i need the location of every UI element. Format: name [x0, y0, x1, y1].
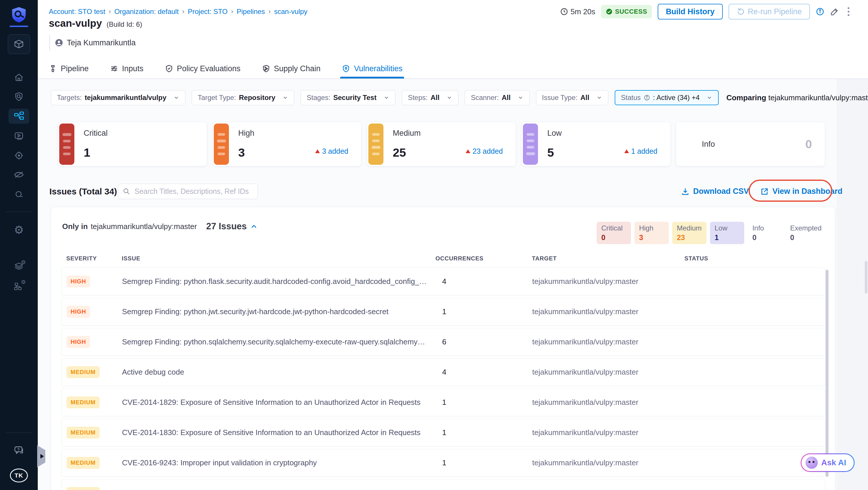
- table-row[interactable]: MEDIUM: [61, 479, 825, 490]
- rerun-pipeline-button[interactable]: Re-run Pipeline: [728, 4, 810, 20]
- comparing-label: Comparing: [726, 93, 766, 102]
- tab-policy-evaluations[interactable]: Policy Evaluations: [165, 59, 241, 79]
- avatar-initials: TK: [14, 472, 23, 479]
- table-row[interactable]: MEDIUM CVE-2014-1830: Exposure of Sensit…: [61, 419, 825, 447]
- sidebar-item-default-settings[interactable]: ⚙: [0, 259, 38, 275]
- targets-filter[interactable]: Targets: tejakummarikuntla/vulpy: [51, 90, 185, 105]
- table-row[interactable]: HIGH Semgrep Finding: python.sqlalchemy.…: [61, 328, 825, 356]
- more-options-icon[interactable]: [845, 6, 852, 17]
- stages-filter[interactable]: Stages: Security Test: [301, 90, 395, 105]
- sidebar-item-hidden-targets[interactable]: [0, 167, 38, 183]
- chip-label: Medium: [677, 224, 702, 232]
- added-link[interactable]: 23 added: [466, 147, 503, 155]
- svg-text:?: ?: [18, 448, 20, 452]
- added-link[interactable]: 1 added: [624, 147, 657, 155]
- sidebar-divider: [5, 212, 33, 212]
- module-selector-button[interactable]: [8, 34, 30, 54]
- breadcrumb-pipeline-name[interactable]: scan-vulpy: [274, 7, 307, 16]
- issue-type-filter[interactable]: Issue Type: All: [536, 90, 608, 105]
- medium-card[interactable]: Medium 25 23 added: [367, 122, 516, 166]
- tab-pipeline[interactable]: Pipeline: [49, 59, 89, 79]
- breadcrumb-separator: ›: [231, 8, 233, 16]
- chevron-down-icon: [518, 95, 524, 100]
- sidebar-item-executions[interactable]: [0, 128, 38, 144]
- breadcrumb-pipelines[interactable]: Pipelines: [237, 7, 265, 16]
- breadcrumb-separator: ›: [108, 8, 111, 16]
- scanner-filter[interactable]: Scanner: All: [465, 90, 530, 105]
- col-target: TARGET: [532, 255, 684, 262]
- table-row[interactable]: MEDIUM CVE-2014-1829: Exposure of Sensit…: [61, 389, 825, 416]
- info-icon[interactable]: [816, 7, 825, 16]
- target-type-filter[interactable]: Target Type: Repository: [192, 90, 294, 105]
- tab-label: Vulnerabilities: [354, 64, 402, 73]
- page-title: scan-vulpy: [49, 18, 102, 29]
- sidebar-item-settings[interactable]: ⚙: [0, 222, 38, 238]
- tab-vulnerabilities[interactable]: Vulnerabilities: [342, 59, 402, 79]
- inputs-tab-icon: [110, 64, 118, 73]
- filter-value: Security Test: [333, 94, 376, 102]
- filter-label: Issue Type:: [542, 94, 578, 102]
- filter-label: Steps:: [408, 94, 428, 102]
- card-label: High: [238, 129, 254, 138]
- edit-pencil-icon[interactable]: [830, 7, 839, 16]
- table-row[interactable]: HIGH Semgrep Finding: python.flask.secur…: [61, 268, 825, 295]
- tab-label: Supply Chain: [274, 64, 321, 73]
- filter-value: tejakummarikuntla/vulpy: [85, 94, 166, 102]
- settings-gear-icon: ⚙: [14, 224, 24, 236]
- sidebar-item-help[interactable]: ?: [0, 442, 38, 458]
- occurrences-value: 1: [436, 458, 532, 467]
- ask-ai-button[interactable]: Ask AI: [801, 453, 855, 472]
- tab-supply-chain[interactable]: Supply Chain: [262, 59, 321, 79]
- sidebar-item-scans[interactable]: [0, 89, 38, 104]
- table-row[interactable]: MEDIUM CVE-2016-9243: Improper input val…: [61, 449, 825, 477]
- sidebar-item-home[interactable]: [0, 70, 38, 86]
- chip-label: High: [639, 224, 664, 232]
- info-card[interactable]: Info 0: [676, 122, 825, 166]
- high-card[interactable]: High 3 3 added: [213, 122, 361, 166]
- issue-title: Semgrep Finding: python.flask.security.a…: [122, 277, 436, 286]
- severity-badge: MEDIUM: [66, 396, 100, 408]
- scan-shield-icon: [14, 92, 24, 102]
- sidebar-item-targets[interactable]: [0, 148, 38, 163]
- info-icon: [644, 94, 650, 101]
- card-count: 25: [393, 146, 406, 159]
- table-row[interactable]: MEDIUM Active debug code 4 tejakummariku…: [61, 358, 825, 386]
- page-scrollbar[interactable]: [865, 261, 867, 294]
- status-filter[interactable]: Status : Active (34) +4: [615, 90, 719, 105]
- tab-bar: Pipeline Inputs Policy Evaluations Suppl…: [49, 59, 402, 79]
- severity-level-icon: [523, 124, 538, 165]
- group-count-toggle[interactable]: 27 Issues: [206, 221, 258, 232]
- mini-gear-icon: ⚙: [21, 259, 26, 265]
- severity-level-icon: [368, 124, 383, 165]
- steps-filter[interactable]: Steps: All: [402, 90, 458, 105]
- pipeline-tab-icon: [49, 64, 57, 73]
- user-avatar[interactable]: TK: [10, 468, 28, 483]
- group-count-label: 27 Issues: [206, 221, 247, 232]
- chevron-down-icon: [282, 95, 288, 100]
- tab-inputs[interactable]: Inputs: [110, 59, 144, 79]
- sidebar-item-org-settings[interactable]: ⚙: [0, 279, 38, 295]
- added-link[interactable]: 3 added: [315, 147, 348, 155]
- table-row[interactable]: HIGH Semgrep Finding: python.jwt.securit…: [61, 298, 825, 326]
- critical-card[interactable]: Critical 1: [58, 122, 207, 166]
- added-label: 1 added: [631, 147, 657, 155]
- build-history-button[interactable]: Build History: [658, 4, 723, 20]
- sidebar-item-pipelines[interactable]: [0, 108, 38, 124]
- table-scrollbar[interactable]: [826, 270, 829, 477]
- search-input[interactable]: [118, 184, 258, 199]
- sidebar-item-baselines[interactable]: [0, 187, 38, 202]
- vulnerabilities-shield-icon: [342, 64, 350, 73]
- issue-title: CVE-2014-1829: Exposure of Sensitive Inf…: [122, 398, 436, 407]
- low-card[interactable]: Low 5 1 added: [522, 122, 670, 166]
- issues-group-header: Only in tejakummarikuntla/vulpy:master 2…: [62, 218, 258, 235]
- harness-sto-logo-icon: [11, 6, 27, 24]
- breadcrumb-organization[interactable]: Organization: default: [115, 7, 179, 16]
- chip-label: Critical: [601, 224, 626, 232]
- download-csv-button[interactable]: Download CSV: [681, 184, 749, 199]
- view-in-dashboard-button[interactable]: View in Dashboard: [760, 184, 842, 199]
- breadcrumb-project[interactable]: Project: STO: [188, 7, 227, 16]
- breadcrumb-account[interactable]: Account: STO test: [49, 7, 105, 16]
- filter-value: All: [581, 94, 589, 102]
- supply-chain-shield-icon: [262, 64, 270, 73]
- occurrences-value: 4: [436, 368, 532, 377]
